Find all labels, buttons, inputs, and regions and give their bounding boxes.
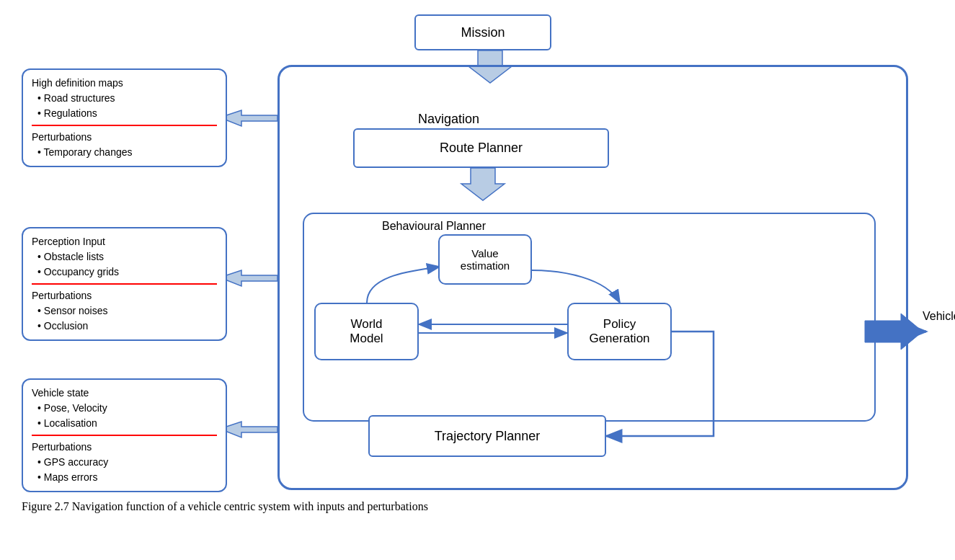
perception-perturbation-item-1: Sensor noises bbox=[37, 303, 217, 319]
vehicle-state-item-1: Pose, Velocity bbox=[37, 401, 217, 416]
vehicle-label: Vehicle bbox=[923, 310, 955, 323]
vehicle-state-list: Pose, Velocity Localisation bbox=[32, 401, 217, 431]
perception-perturbation-item-2: Occlusion bbox=[37, 319, 217, 334]
vehicle-state-perturbation-item-2: Maps errors bbox=[37, 470, 217, 485]
hd-maps-perturbation-item-1: Temporary changes bbox=[37, 145, 217, 160]
vehicle-state-input-box: Vehicle state Pose, Velocity Localisatio… bbox=[22, 378, 227, 492]
vehicle-state-title: Vehicle state bbox=[32, 386, 217, 401]
vehicle-state-divider bbox=[32, 435, 217, 436]
navigation-label: Navigation bbox=[418, 112, 479, 127]
perception-list: Obstacle lists Occupancy grids bbox=[32, 249, 217, 280]
vehicle-state-arrow bbox=[220, 422, 277, 437]
route-planner-label: Route Planner bbox=[440, 141, 523, 156]
hd-maps-input-box: High definition maps Road structures Reg… bbox=[22, 68, 227, 167]
hd-maps-list: Road structures Regulations bbox=[32, 91, 217, 121]
vehicle-state-item-2: Localisation bbox=[37, 416, 217, 431]
hd-maps-item-2: Regulations bbox=[37, 106, 217, 121]
hd-maps-divider bbox=[32, 125, 217, 126]
hd-maps-title: High definition maps bbox=[32, 76, 217, 91]
perception-title: Perception Input bbox=[32, 234, 217, 249]
policy-generation-label: PolicyGeneration bbox=[589, 317, 649, 346]
perception-divider bbox=[32, 283, 217, 285]
perception-item-1: Obstacle lists bbox=[37, 249, 217, 265]
policy-generation-box: PolicyGeneration bbox=[567, 303, 672, 360]
mission-box: Mission bbox=[414, 14, 551, 50]
value-estimation-label: Valueestimation bbox=[461, 247, 510, 272]
mission-label: Mission bbox=[461, 25, 505, 40]
trajectory-planner-box: Trajectory Planner bbox=[368, 415, 606, 457]
figure-caption: Figure 2.7 Navigation function of a vehi… bbox=[22, 500, 428, 513]
hd-maps-item-1: Road structures bbox=[37, 91, 217, 106]
perception-input-box: Perception Input Obstacle lists Occupanc… bbox=[22, 227, 227, 341]
vehicle-state-perturbation-item-1: GPS accuracy bbox=[37, 455, 217, 470]
perception-item-2: Occupancy grids bbox=[37, 265, 217, 280]
value-estimation-box: Valueestimation bbox=[438, 234, 532, 285]
hd-maps-arrow bbox=[220, 110, 277, 126]
hd-maps-perturbation-title: Perturbations bbox=[32, 130, 217, 145]
world-model-label: WorldModel bbox=[350, 317, 383, 346]
behavioural-label: Behavioural Planner bbox=[382, 220, 486, 233]
hd-maps-perturbation-list: Temporary changes bbox=[32, 145, 217, 160]
diagram-container: Mission Navigation Route Planner Behavio… bbox=[0, 0, 955, 519]
perception-perturbation-list: Sensor noises Occlusion bbox=[32, 303, 217, 334]
route-planner-box: Route Planner bbox=[353, 128, 609, 168]
vehicle-state-perturbation-title: Perturbations bbox=[32, 440, 217, 455]
perception-arrow bbox=[220, 270, 277, 286]
vehicle-state-perturbation-list: GPS accuracy Maps errors bbox=[32, 455, 217, 485]
perception-perturbation-title: Perturbations bbox=[32, 288, 217, 303]
trajectory-planner-label: Trajectory Planner bbox=[435, 429, 540, 444]
world-model-box: WorldModel bbox=[314, 303, 419, 360]
